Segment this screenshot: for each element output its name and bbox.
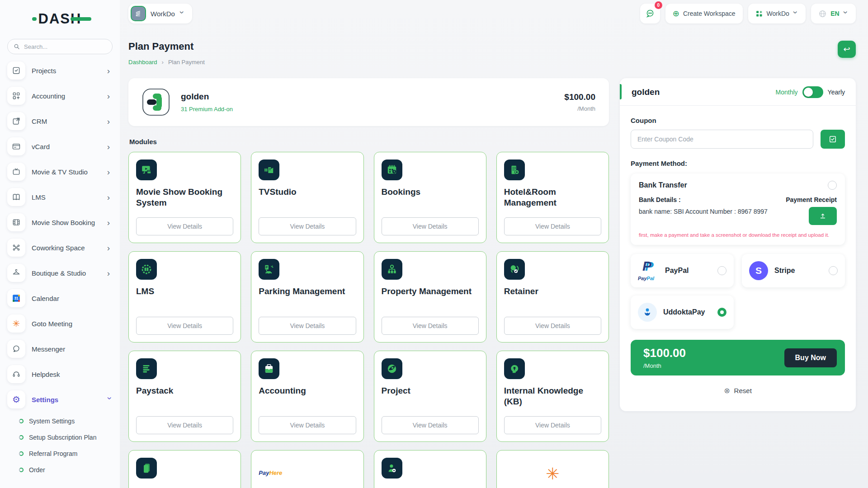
settings-submenu: System Settings Setup Subscription Plan … xyxy=(7,413,113,478)
sidebar-item-boutique-studio[interactable]: Boutique & Studio › xyxy=(7,264,113,282)
sidebar-item-movie-show-booking[interactable]: Movie Show Booking › xyxy=(7,213,113,231)
method-card-uddoktapay[interactable]: UddoktaPay xyxy=(631,296,734,329)
view-details-button[interactable]: View Details xyxy=(382,317,479,335)
workdo-menu-label: WorkDo xyxy=(767,10,789,17)
bank-transfer-radio[interactable] xyxy=(828,181,837,190)
billing-toggle[interactable] xyxy=(802,86,823,98)
sidebar-item-coworking-space[interactable]: Coworking Space › xyxy=(7,239,113,257)
close-circle-icon: ⊗ xyxy=(724,386,730,395)
module-card-partial-1 xyxy=(128,450,241,488)
payment-receipt-label: Payment Receipt xyxy=(786,196,837,203)
submenu-label: Setup Subscription Plan xyxy=(29,434,96,441)
view-details-button[interactable]: View Details xyxy=(136,217,233,235)
method-card-stripe[interactable]: S Stripe xyxy=(742,254,845,287)
sidebar-item-accounting[interactable]: Accounting › xyxy=(7,87,113,105)
content-header: Plan Payment Dashboard › Plan Payment ↩ xyxy=(128,41,856,66)
search-input[interactable] xyxy=(24,43,96,50)
grid-plus-icon xyxy=(755,10,763,18)
chevron-right-icon: › xyxy=(107,142,113,151)
sidebar-item-calendar[interactable]: 31 Calendar xyxy=(7,289,113,307)
module-title: Internal Knowledge (KB) xyxy=(504,385,601,407)
uddoktapay-radio[interactable] xyxy=(717,308,726,317)
sidebar-item-vcard[interactable]: vCard › xyxy=(7,137,113,155)
chevron-right-icon: › xyxy=(107,218,113,227)
sidebar-item-projects[interactable]: Projects › xyxy=(7,61,113,80)
project-eye-icon xyxy=(382,358,402,379)
hanger-icon xyxy=(7,264,25,282)
coupon-input[interactable] xyxy=(631,130,813,149)
view-details-button[interactable]: View Details xyxy=(136,416,233,434)
chat-button[interactable]: 0 xyxy=(640,4,660,23)
billing-yearly-label[interactable]: Yearly xyxy=(828,89,845,96)
buy-now-button[interactable]: Buy Now xyxy=(784,348,837,367)
sidebar-item-messenger[interactable]: Messenger xyxy=(7,340,113,358)
view-details-button[interactable]: View Details xyxy=(504,317,601,335)
calendar-icon: 31 xyxy=(7,289,25,307)
submenu-item-setup-subscription-plan[interactable]: Setup Subscription Plan xyxy=(7,429,113,446)
sidebar-item-lms[interactable]: LMS › xyxy=(7,188,113,206)
billing-monthly-label[interactable]: Monthly xyxy=(776,89,798,96)
view-details-button[interactable]: View Details xyxy=(504,217,601,235)
sidebar-item-crm[interactable]: CRM › xyxy=(7,112,113,130)
view-details-button[interactable]: View Details xyxy=(259,217,356,235)
method-name: UddoktaPay xyxy=(663,308,705,316)
method-card-paypal[interactable]: PP PayPal PayPal xyxy=(631,254,734,287)
module-title: Bookings xyxy=(382,187,479,197)
view-details-button[interactable]: View Details xyxy=(382,217,479,235)
payment-methods: PP PayPal PayPal S Stripe xyxy=(631,254,845,329)
reset-button[interactable]: ⊗ Reset xyxy=(631,386,845,395)
property-houses-icon xyxy=(382,259,402,280)
bank-details-label: Bank Details : xyxy=(639,196,681,203)
breadcrumb-dashboard-link[interactable]: Dashboard xyxy=(128,59,157,66)
checkout-plan-name: golden xyxy=(632,87,660,97)
language-selector[interactable]: EN › xyxy=(811,4,856,23)
sidebar-item-settings[interactable]: ⚙ Settings › xyxy=(7,390,113,408)
module-card-partial-3 xyxy=(374,450,486,488)
film-icon xyxy=(7,213,25,231)
sidebar: DASH Projects › Accounting › CRM › vCard… xyxy=(0,0,120,488)
sidebar-item-helpdesk[interactable]: Helpdesk xyxy=(7,365,113,383)
view-details-button[interactable]: View Details xyxy=(504,416,601,434)
sidebar-item-label: CRM xyxy=(32,117,101,125)
module-card-partial-payhere: PayHere xyxy=(251,450,363,488)
stripe-radio[interactable] xyxy=(829,266,838,275)
upload-receipt-button[interactable] xyxy=(809,207,837,225)
sidebar-item-label: Boutique & Studio xyxy=(32,269,101,277)
total-price: $100.00 xyxy=(643,346,686,360)
module-title: Project xyxy=(382,385,479,396)
module-title: Property Management xyxy=(382,286,479,297)
apply-coupon-button[interactable] xyxy=(821,130,845,149)
plan-period: /Month xyxy=(564,105,595,112)
back-button[interactable]: ↩ xyxy=(838,41,856,58)
paypal-radio[interactable] xyxy=(717,266,726,275)
sidebar-item-goto-meeting[interactable]: ✳ Goto Meeting xyxy=(7,314,113,333)
module-title: Hotel&Room Management xyxy=(504,187,601,208)
workspace-selector[interactable]: WorkDo › xyxy=(128,4,192,23)
sidebar-item-label: Goto Meeting xyxy=(32,320,113,328)
view-details-button[interactable]: View Details xyxy=(136,317,233,335)
plan-payment-content: golden 31 Premium Add-on $100.00 /Month … xyxy=(128,78,609,488)
sidebar-item-movie-tv-studio[interactable]: Movie & TV Studio › xyxy=(7,163,113,181)
module-title: Movie Show Booking System xyxy=(136,187,233,208)
create-workspace-button[interactable]: ⊕ Create Workspace xyxy=(665,4,743,23)
sidebar-search[interactable] xyxy=(7,39,113,54)
brand-logo[interactable]: DASH xyxy=(7,10,113,28)
submenu-item-system-settings[interactable]: System Settings xyxy=(7,413,113,429)
checkout-header: golden Monthly Yearly xyxy=(620,78,856,106)
view-details-button[interactable]: View Details xyxy=(259,317,356,335)
chat-icon xyxy=(7,340,25,358)
module-title: Retainer xyxy=(504,286,601,297)
submenu-item-referral-program[interactable]: Referral Program xyxy=(7,446,113,462)
module-card-retainer: Retainer View Details xyxy=(496,251,609,343)
workspace-name: WorkDo xyxy=(151,10,175,18)
view-details-button[interactable]: View Details xyxy=(382,416,479,434)
workdo-menu-button[interactable]: WorkDo › xyxy=(748,4,806,23)
svg-text:P: P xyxy=(266,265,268,269)
plan-addon-count: 31 Premium Add-on xyxy=(181,106,233,113)
upload-icon xyxy=(819,212,827,220)
bullet-icon xyxy=(19,419,24,423)
submenu-item-order[interactable]: Order xyxy=(7,462,113,478)
view-details-button[interactable]: View Details xyxy=(259,416,356,434)
chevron-down-icon: › xyxy=(105,397,114,402)
chevron-right-icon: › xyxy=(107,193,113,202)
